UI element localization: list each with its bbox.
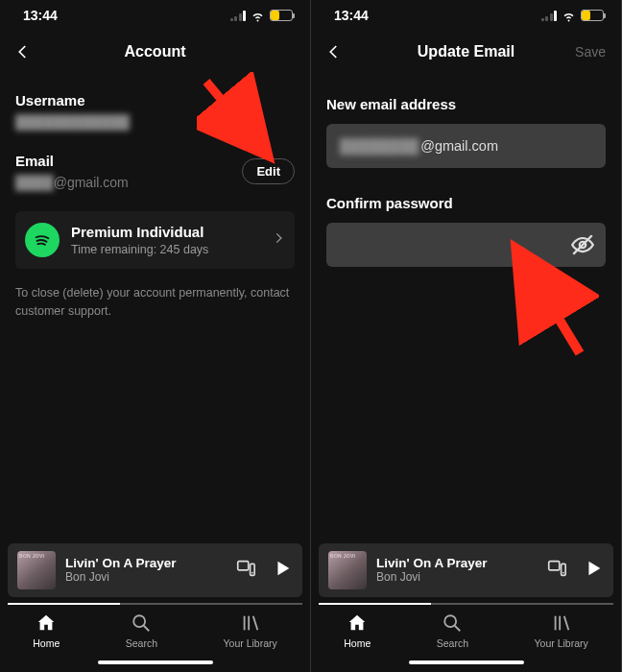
nav-search[interactable]: Search	[126, 612, 157, 649]
email-label: Email	[15, 153, 129, 169]
password-field[interactable]	[340, 237, 592, 252]
wifi-icon	[251, 9, 265, 23]
username-label: Username	[15, 92, 295, 108]
status-icons	[230, 9, 294, 23]
confirm-password-label: Confirm password	[326, 195, 606, 211]
now-playing-bar[interactable]: Livin' On A Prayer Bon Jovi	[319, 543, 613, 597]
now-playing-artist: Bon Jovi	[376, 570, 537, 584]
update-email-screen: 13:44 Update Email Save New email addres…	[311, 0, 622, 672]
status-bar: 13:44	[311, 0, 621, 31]
page-title: Account	[125, 43, 186, 60]
new-email-label: New email address	[326, 96, 606, 112]
svg-point-13	[562, 571, 564, 573]
chevron-left-icon	[14, 43, 32, 60]
back-button[interactable]	[323, 40, 346, 63]
status-time: 13:44	[23, 8, 58, 23]
edit-email-button[interactable]: Edit	[242, 158, 295, 184]
save-button[interactable]: Save	[575, 44, 606, 60]
nav-library[interactable]: Your Library	[224, 612, 277, 649]
home-indicator[interactable]	[98, 660, 213, 665]
now-playing-progress[interactable]	[8, 603, 302, 605]
status-icons	[541, 9, 605, 23]
library-icon	[240, 612, 261, 634]
svg-line-18	[563, 615, 568, 630]
nav-home[interactable]: Home	[344, 612, 371, 649]
update-email-content: New email address ████████@gmail.com ███…	[311, 73, 621, 543]
album-art	[17, 551, 56, 589]
plan-subtitle: Time remaining: 245 days	[71, 243, 260, 256]
now-playing-artist: Bon Jovi	[65, 570, 226, 584]
header: Update Email Save	[311, 31, 621, 73]
battery-icon	[270, 10, 293, 21]
now-playing-title: Livin' On A Prayer	[65, 556, 226, 570]
plan-card[interactable]: Premium Individual Time remaining: 245 d…	[15, 211, 295, 269]
svg-point-14	[445, 615, 457, 627]
svg-line-15	[455, 625, 461, 631]
nav-library[interactable]: Your Library	[535, 612, 588, 649]
new-email-input[interactable]: ████████@gmail.com ████████@gmail.com	[326, 124, 606, 168]
library-icon	[551, 612, 572, 634]
signal-icon	[541, 11, 558, 21]
signal-icon	[230, 11, 247, 21]
page-title: Update Email	[418, 43, 514, 60]
svg-line-7	[252, 615, 257, 630]
close-account-hint: To close (delete) your account permanent…	[15, 284, 295, 321]
bottom-nav: Home Search Your Library	[311, 605, 621, 655]
now-playing-title: Livin' On A Prayer	[376, 556, 537, 570]
now-playing-bar[interactable]: Livin' On A Prayer Bon Jovi	[8, 543, 302, 597]
eye-off-icon	[570, 232, 595, 257]
devices-icon[interactable]	[235, 558, 256, 583]
svg-rect-12	[562, 564, 566, 575]
status-bar: 13:44	[0, 0, 310, 31]
svg-rect-1	[251, 564, 255, 575]
album-art	[328, 551, 367, 589]
toggle-password-visibility-button[interactable]	[569, 231, 596, 258]
search-icon	[131, 612, 152, 634]
play-icon[interactable]	[272, 558, 293, 583]
account-content: Username ████████████ Email ████████@gma…	[0, 73, 310, 543]
home-indicator[interactable]	[409, 660, 524, 665]
header: Account	[0, 31, 310, 73]
plan-title: Premium Individual	[71, 224, 260, 240]
back-button[interactable]	[12, 40, 35, 63]
svg-point-3	[134, 615, 146, 627]
svg-point-2	[251, 571, 253, 573]
account-screen: 13:44 Account Username ████████████ Emai…	[0, 0, 311, 672]
confirm-password-input[interactable]	[326, 223, 606, 267]
status-time: 13:44	[334, 8, 369, 23]
username-value: ████████████	[15, 114, 295, 130]
svg-rect-0	[238, 561, 249, 569]
battery-icon	[581, 10, 604, 21]
play-icon[interactable]	[583, 558, 604, 583]
nav-search[interactable]: Search	[437, 612, 468, 649]
spotify-logo-icon	[25, 223, 60, 257]
chevron-left-icon	[325, 43, 343, 60]
search-icon	[442, 612, 463, 634]
nav-search-label: Search	[126, 637, 157, 649]
bottom-nav: Home Search Your Library	[0, 605, 310, 655]
chevron-right-icon	[272, 231, 285, 249]
email-value: ████████@gmail.com@gmail.com	[15, 175, 129, 190]
nav-home[interactable]: Home	[33, 612, 60, 649]
svg-line-4	[144, 625, 150, 631]
home-icon	[347, 612, 368, 634]
nav-library-label: Your Library	[535, 637, 588, 649]
now-playing-progress[interactable]	[319, 603, 613, 605]
wifi-icon	[562, 9, 576, 23]
devices-icon[interactable]	[546, 558, 567, 583]
nav-home-label: Home	[33, 637, 60, 649]
nav-library-label: Your Library	[224, 637, 277, 649]
svg-rect-11	[549, 561, 560, 569]
home-icon	[36, 612, 57, 634]
nav-home-label: Home	[344, 637, 371, 649]
nav-search-label: Search	[437, 637, 468, 649]
